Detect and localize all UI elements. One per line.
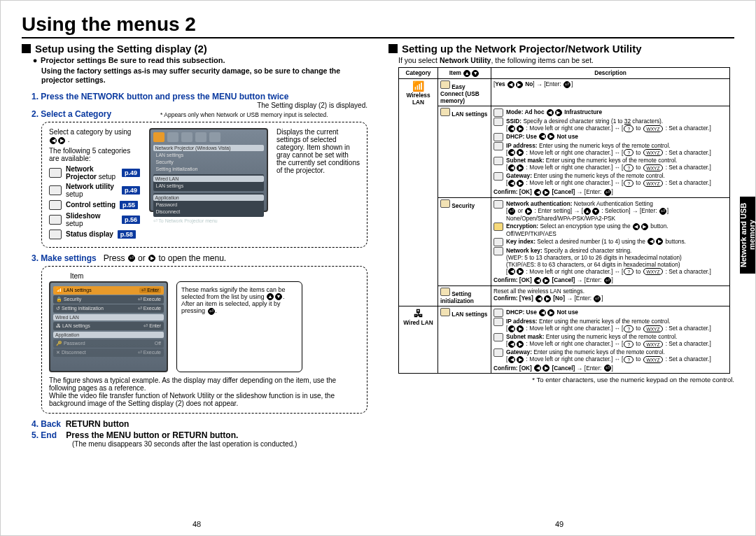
osd-tab-icon xyxy=(209,132,220,142)
osd-subheader: Wired LAN xyxy=(153,176,264,182)
lan-icon xyxy=(440,108,450,116)
cat-network-utility: Network utility setupp.49 xyxy=(49,183,140,198)
utility-icon xyxy=(49,185,62,195)
dash2-note1: The figure shows a typical example. As t… xyxy=(49,376,360,392)
select-category-intro: Select a category by using xyxy=(49,128,140,136)
subnet-icon xyxy=(493,333,503,341)
right-heading: Setting up the Network Projector/Network… xyxy=(388,43,734,55)
item-security: Security xyxy=(438,197,491,285)
osd-appheader: Application xyxy=(153,195,264,201)
step-3: 3. Make settings Press ⏎ or ▶ to open th… xyxy=(31,253,368,263)
step1-note: The Setting display (2) is displayed. xyxy=(257,101,368,109)
bullet-icon: ● xyxy=(31,56,38,64)
cat-slideshow: Slideshow setupp.56 xyxy=(49,212,140,227)
osd-footer: ⏎ To Network Projector menu xyxy=(153,218,264,224)
right-arrow-icon: ▶ xyxy=(58,137,65,144)
projector-settings-line: ● Projector settings Be sure to read thi… xyxy=(31,56,368,64)
ip-icon xyxy=(493,142,503,150)
step-2: 2. Select a Category xyxy=(31,109,111,119)
dhcp-icon xyxy=(493,133,503,141)
page-ref: p.49 xyxy=(122,186,140,195)
osd2-row-selected: 📶 LAN settings⏎ Enter xyxy=(53,286,164,295)
lock-icon xyxy=(493,223,503,231)
square-bullet-icon xyxy=(22,44,31,53)
desc-lan-settings-wlan: Mode: Ad hoc ◀▶ Infrastructure SSID: Spe… xyxy=(491,106,730,197)
page-ref: p.56 xyxy=(122,216,140,224)
page: Using the menus 2 Setup using the Settin… xyxy=(0,0,756,536)
down-arrow-icon: ▼ xyxy=(275,293,282,300)
status-icon xyxy=(49,230,62,239)
osd-caption: Displays the current settings of selecte… xyxy=(276,128,360,174)
osd2-row: 🖧 LAN settings⏎ Enter xyxy=(53,322,164,330)
desc-security: Network authentication: Network Authenti… xyxy=(491,197,730,285)
osd2-row: 🔒 Security⏎ Execute xyxy=(53,295,164,304)
osd-row: LAN settings xyxy=(153,152,264,158)
item-lan-settings: LAN settings xyxy=(438,106,491,197)
ip-icon xyxy=(493,318,503,326)
lan-icon xyxy=(440,308,450,316)
cat-status-display: Status displayp.58 xyxy=(49,230,140,239)
ssid-icon xyxy=(493,118,503,126)
step-4: 4. Back RETURN button xyxy=(31,419,368,429)
right-column: Setting up the Network Projector/Network… xyxy=(388,43,734,496)
left-heading-text: Setup using the Setting display (2) xyxy=(35,43,207,55)
osd-row: Security xyxy=(153,159,264,165)
reset-icon xyxy=(440,288,450,296)
keyindex-icon xyxy=(493,238,503,246)
square-bullet-icon xyxy=(388,44,398,53)
osd-row: Disconnect xyxy=(153,209,264,215)
step-5: 5. End Press the MENU button or RETURN b… xyxy=(31,430,368,440)
item-pointer-label: Item xyxy=(70,272,360,280)
item-easy-connect: Easy Connect (USB memory) xyxy=(438,78,491,106)
page-number-right: 49 xyxy=(545,520,573,528)
side-tab: Network and USB memory xyxy=(740,197,755,274)
control-icon xyxy=(49,200,62,210)
th-description: Description xyxy=(491,68,730,79)
categories-available: The following 5 categories are available… xyxy=(49,147,140,162)
left-column: Setup using the Setting display (2) ● Pr… xyxy=(22,43,368,496)
cat-wired-lan: 🖧 Wired LAN xyxy=(399,306,438,374)
osd-row: LAN settings xyxy=(153,183,264,189)
osd-row: Password xyxy=(153,202,264,208)
step2-footnote: * Appears only when Network or USB memor… xyxy=(160,111,328,118)
enter-icon: ⏎ xyxy=(128,255,135,262)
osd2-section: Wired LAN xyxy=(53,314,164,320)
osd-tab-icon xyxy=(181,132,192,142)
right-arrow-icon: ▶ xyxy=(148,255,155,262)
desc-setting-init: Reset all the wireless LAN settings. Con… xyxy=(491,286,730,306)
osd-row: Setting initialization xyxy=(153,166,264,172)
security-warning: Using the factory settings as-is may suf… xyxy=(41,66,368,85)
osd-preview-2: 📶 LAN settings⏎ Enter 🔒 Security⏎ Execut… xyxy=(49,281,168,372)
osd-tab-selected xyxy=(153,132,164,142)
two-columns: Setup using the Setting display (2) ● Pr… xyxy=(22,43,734,496)
cat-network-projector: Network Projector setupp.49 xyxy=(49,165,140,181)
settings-table: Category Item ▲▼ Description 📶 Wireless … xyxy=(398,67,730,374)
dash2-note2: While the video file transfer function o… xyxy=(49,392,360,407)
easyconnect-icon xyxy=(440,80,450,89)
page-ref: p.49 xyxy=(122,169,140,177)
cat-wireless-lan: 📶 Wireless LAN xyxy=(399,78,438,306)
security-icon xyxy=(440,199,450,208)
left-heading: Setup using the Setting display (2) xyxy=(22,43,368,55)
page-title: Using the menus 2 xyxy=(22,13,734,36)
desc-easy-connect: [Yes ◀▶ No] → [Enter: ⏎] xyxy=(491,78,730,106)
netauth-icon xyxy=(493,200,503,209)
left-arrow-icon: ◀ xyxy=(50,137,57,144)
osd-header: Network Projector (Windows Vista) xyxy=(153,145,264,151)
th-item: Item ▲▼ xyxy=(438,68,491,79)
table-footnote: * To enter characters, use the numeric k… xyxy=(388,376,734,383)
osd-preview-1: Network Projector (Windows Vista) LAN se… xyxy=(149,128,268,212)
up-arrow-icon: ▲ xyxy=(463,70,470,77)
gateway-icon xyxy=(493,348,503,357)
down-arrow-icon: ▼ xyxy=(472,70,479,77)
callout-box: These marks signify the items can be sel… xyxy=(176,281,302,372)
osd2-row: ✕ Disconnect⏎ Execute xyxy=(53,348,164,357)
page-number-left: 48 xyxy=(183,520,211,528)
page-ref: p.58 xyxy=(118,230,136,239)
right-intro: If you select Network Utility, the follo… xyxy=(398,56,734,64)
cat-control-setting: Control settingp.55 xyxy=(49,200,140,210)
slideshow-icon xyxy=(49,215,62,225)
osd-tab-icon xyxy=(167,132,178,142)
projector-icon xyxy=(49,168,62,178)
subnet-icon xyxy=(493,157,503,165)
